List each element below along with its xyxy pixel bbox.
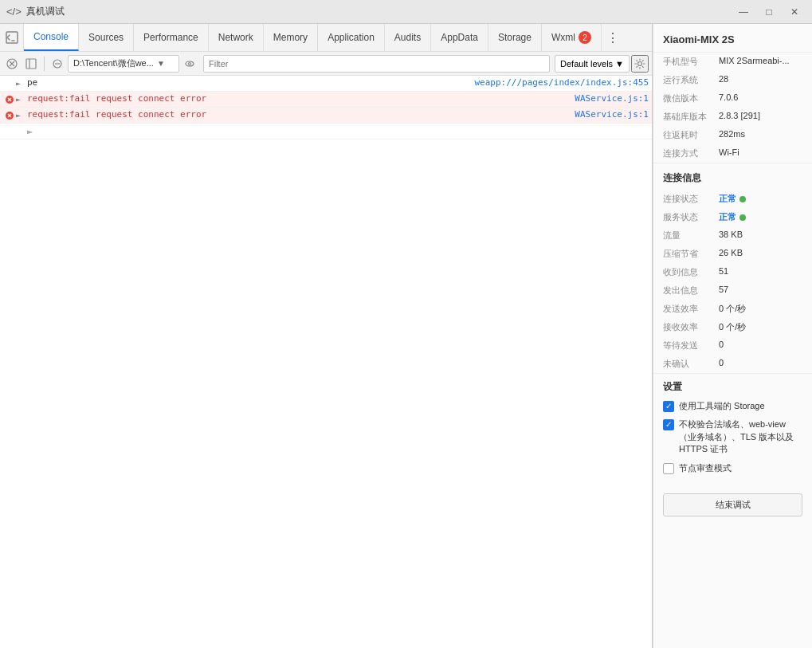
conn-value: 57 xyxy=(719,285,802,297)
conn-label: 未确认 xyxy=(663,358,719,370)
tab-storage[interactable]: Storage xyxy=(488,24,542,51)
checkbox-item-nodecheck[interactable]: 节点审查模式 xyxy=(663,462,802,474)
svg-rect-0 xyxy=(6,32,18,43)
tab-bar: Console Sources Performance Network Memo… xyxy=(0,24,652,52)
main-container: Console Sources Performance Network Memo… xyxy=(0,24,812,648)
eye-button[interactable] xyxy=(181,55,198,73)
checkbox-domain[interactable] xyxy=(663,419,674,430)
right-panel-content: 连接状态正常服务状态正常流量38 KB压缩节省26 KB收到信息51发出信息57… xyxy=(653,190,812,373)
info-label: 连接方式 xyxy=(663,147,719,159)
connection-info-row: 接收效率0 个/秒 xyxy=(653,318,812,336)
entry-source-error-1[interactable]: WAService.js:1 xyxy=(575,93,649,104)
console-area: ► pe weapp:///pages/index/index.js:455 ►… xyxy=(0,76,652,648)
info-label: 基础库版本 xyxy=(663,111,719,123)
window-title: 真机调试 xyxy=(26,5,732,18)
error-circle-icon-2 xyxy=(5,111,14,120)
checkbox-storage[interactable] xyxy=(663,401,674,412)
expand-pe[interactable]: ► xyxy=(16,77,27,88)
conn-label: 收到信息 xyxy=(663,266,719,278)
entry-text-error-2: request:fail request connect error xyxy=(27,109,575,120)
stop-errors-button[interactable] xyxy=(49,55,66,73)
status-dot xyxy=(739,196,746,202)
device-info-row: 手机型号MIX 2Sarmeabi-... xyxy=(653,53,812,71)
clear-console-button[interactable] xyxy=(3,55,21,73)
entry-source-pe[interactable]: weapp:///pages/index/index.js:455 xyxy=(474,77,649,88)
end-debug-button[interactable]: 结束调试 xyxy=(663,493,802,516)
log-level-select[interactable]: Default levels ▼ xyxy=(555,55,630,73)
tab-memory[interactable]: Memory xyxy=(264,24,318,51)
tab-network[interactable]: Network xyxy=(209,24,264,51)
tab-application[interactable]: Application xyxy=(318,24,385,51)
connection-info-row: 服务状态正常 xyxy=(653,208,812,226)
expand-error-2[interactable]: ► xyxy=(16,109,27,120)
checkbox-item-storage[interactable]: 使用工具端的 Storage xyxy=(663,400,802,412)
checkbox-label-nodecheck: 节点审查模式 xyxy=(679,462,732,474)
device-info-row: 基础库版本2.8.3 [291] xyxy=(653,108,812,126)
path-dropdown-icon: ▼ xyxy=(157,59,165,68)
device-info-row: 往返耗时282ms xyxy=(653,126,812,144)
level-label: Default levels xyxy=(560,59,613,69)
connection-info-row: 压缩节省26 KB xyxy=(653,245,812,263)
svg-point-10 xyxy=(638,61,642,65)
tab-appdata[interactable]: AppData xyxy=(431,24,488,51)
info-value: 7.0.6 xyxy=(719,92,802,104)
console-entry-error-2: ► request:fail request connect error WAS… xyxy=(0,108,652,124)
devtools-panel: Console Sources Performance Network Memo… xyxy=(0,24,653,648)
app-icon: </> xyxy=(6,6,22,18)
conn-label: 发出信息 xyxy=(663,285,719,297)
info-value: 2.8.3 [291] xyxy=(719,111,802,123)
info-value: Wi-Fi xyxy=(719,147,802,159)
tab-console[interactable]: Console xyxy=(24,24,79,51)
connection-info-row: 连接状态正常 xyxy=(653,190,812,208)
settings-section: 设置 使用工具端的 Storage不校验合法域名、web-view（业务域名）、… xyxy=(653,373,812,487)
settings-button[interactable] xyxy=(631,55,649,73)
checkbox-label-storage: 使用工具端的 Storage xyxy=(679,400,765,412)
title-bar: </> 真机调试 — □ ✕ xyxy=(0,0,812,24)
stop-icon xyxy=(52,58,63,69)
connection-info-row: 流量38 KB xyxy=(653,226,812,245)
path-selector[interactable]: D:\Tencent\微信we... ▼ xyxy=(68,55,179,73)
more-tabs-button[interactable]: ⋮ xyxy=(602,24,624,51)
device-info-table: 手机型号MIX 2Sarmeabi-...运行系统28微信版本7.0.6基础库版… xyxy=(653,53,812,163)
conn-value: 38 KB xyxy=(719,230,802,242)
tab-performance[interactable]: Performance xyxy=(134,24,209,51)
conn-value: 0 个/秒 xyxy=(719,321,802,333)
conn-label: 流量 xyxy=(663,230,719,242)
toolbar-separator-1 xyxy=(44,57,45,71)
checkboxes-container: 使用工具端的 Storage不校验合法域名、web-view（业务域名）、TLS… xyxy=(663,400,802,474)
error-circle-icon xyxy=(5,95,14,104)
connection-info-title: 连接信息 xyxy=(653,163,812,190)
tab-audits[interactable]: Audits xyxy=(385,24,431,51)
maximize-button[interactable]: □ xyxy=(758,4,780,20)
info-label: 运行系统 xyxy=(663,74,719,86)
status-dot xyxy=(739,214,746,221)
entry-text-error-1: request:fail request connect error xyxy=(27,93,575,104)
expand-error-1[interactable]: ► xyxy=(16,93,27,104)
svg-point-9 xyxy=(189,62,191,65)
conn-label: 连接状态 xyxy=(663,193,719,205)
checkbox-item-domain[interactable]: 不校验合法域名、web-view（业务域名）、TLS 版本以及 HTTPS 证书 xyxy=(663,418,802,455)
conn-label: 服务状态 xyxy=(663,211,719,223)
connection-info-row: 发出信息57 xyxy=(653,281,812,300)
console-entry-pe: ► pe weapp:///pages/index/index.js:455 xyxy=(0,76,652,92)
eye-icon xyxy=(184,58,195,69)
sidebar-icon xyxy=(25,58,37,69)
tab-wxml[interactable]: Wxml 2 xyxy=(542,24,602,51)
info-label: 微信版本 xyxy=(663,92,719,104)
path-value: D:\Tencent\微信we... xyxy=(73,57,154,69)
conn-label: 接收效率 xyxy=(663,321,719,333)
conn-value: 0 xyxy=(719,340,802,351)
svg-rect-4 xyxy=(26,59,36,69)
connection-info-row: 发送效率0 个/秒 xyxy=(653,300,812,318)
entry-text-pe: pe xyxy=(27,77,474,88)
console-entry-error-1: ► request:fail request connect error WAS… xyxy=(0,92,652,108)
entry-source-error-2[interactable]: WAService.js:1 xyxy=(575,109,649,120)
checkbox-nodecheck[interactable] xyxy=(663,463,674,474)
minimize-button[interactable]: — xyxy=(732,4,755,20)
toggle-sidebar-button[interactable] xyxy=(22,55,40,73)
tab-sources[interactable]: Sources xyxy=(79,24,134,51)
connection-info-row: 收到信息51 xyxy=(653,263,812,281)
filter-input[interactable] xyxy=(203,55,550,73)
settings-title: 设置 xyxy=(663,380,802,394)
close-button[interactable]: ✕ xyxy=(783,4,806,20)
